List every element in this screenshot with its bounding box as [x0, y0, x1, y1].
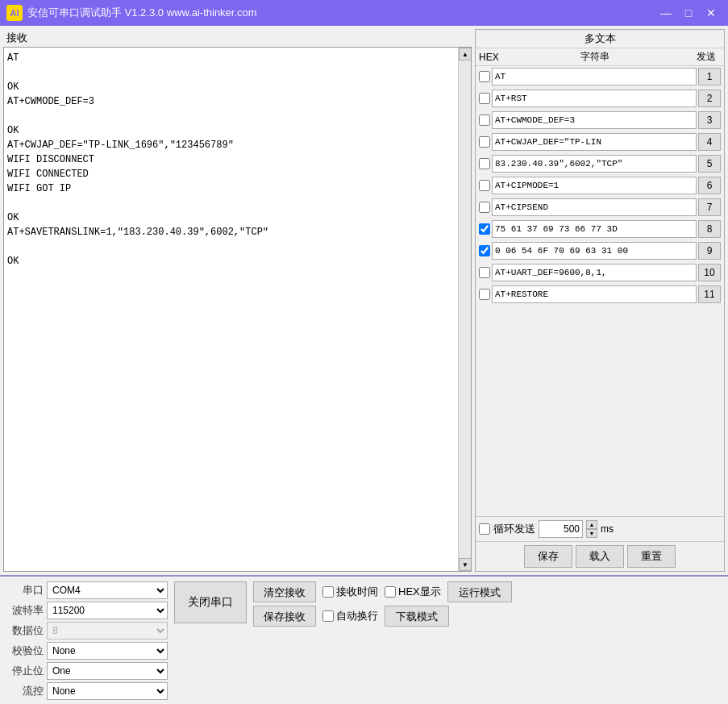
title-bar: AI 安信可串口调试助手 V1.2.3.0 www.ai-thinker.com… — [0, 0, 728, 26]
save-button[interactable]: 保存 — [524, 545, 572, 568]
multi-row-10-input[interactable] — [492, 264, 697, 281]
loop-spinner[interactable]: ▲ ▼ — [586, 520, 597, 538]
app-icon: AI — [6, 5, 23, 21]
multi-row-7-btn[interactable]: 7 — [698, 198, 721, 216]
mid-row-1: 清空接收 接收时间 HEX显示 运行模式 — [253, 581, 722, 602]
multi-row-4-btn[interactable]: 4 — [698, 133, 721, 151]
loop-value-input[interactable] — [539, 520, 583, 538]
recv-time-checkbox[interactable] — [322, 586, 334, 598]
parity-row: 校验位 None — [6, 642, 168, 660]
multi-row-2-input[interactable] — [492, 90, 697, 107]
recv-time-label: 接收时间 — [336, 585, 378, 599]
receive-panel: 接收 ▲ ▼ — [3, 29, 472, 572]
open-port-button[interactable]: 关闭串口 — [174, 581, 247, 623]
loop-send-label: 循环发送 — [493, 522, 535, 536]
multi-row-3-btn[interactable]: 3 — [698, 111, 721, 129]
reset-button[interactable]: 重置 — [627, 545, 676, 568]
title-bar-text: 安信可串口调试助手 V1.2.3.0 www.ai-thinker.com — [27, 6, 655, 20]
main-content: 接收 ▲ ▼ 多文本 HEX 字符串 发送 1 — [0, 26, 728, 575]
multi-row-11-input[interactable] — [492, 285, 697, 303]
multi-row-11-btn[interactable]: 11 — [698, 285, 721, 303]
middle-controls: 清空接收 接收时间 HEX显示 运行模式 保存接收 自动换行 下载模式 — [253, 581, 722, 627]
auto-newline-check: 自动换行 — [322, 609, 378, 623]
data-select[interactable]: 8 — [47, 622, 168, 639]
bottom-area: 串口 COM4 波特率 115200 数据位 8 校验位 No — [0, 575, 728, 704]
scroll-up-btn[interactable]: ▲ — [459, 48, 472, 60]
action-buttons: 保存 载入 重置 — [476, 541, 724, 571]
minimize-button[interactable]: — — [655, 5, 676, 21]
receive-inner: ▲ ▼ — [3, 47, 472, 572]
multi-row-2-btn[interactable]: 2 — [698, 90, 721, 107]
multi-row-5-input[interactable] — [492, 155, 697, 173]
spin-down-btn[interactable]: ▼ — [586, 529, 597, 538]
load-button[interactable]: 载入 — [576, 545, 624, 568]
multi-row-1: 1 — [476, 66, 724, 88]
baud-row: 波特率 115200 — [6, 602, 168, 619]
multi-row-4: 4 — [476, 131, 724, 153]
stop-select[interactable]: One — [47, 662, 168, 680]
multi-panel: 多文本 HEX 字符串 发送 1 2 3 — [475, 29, 725, 572]
loop-area: 循环发送 ▲ ▼ ms — [476, 516, 724, 541]
multi-row-9-input[interactable] — [492, 242, 697, 260]
save-recv-button[interactable]: 保存接收 — [253, 606, 316, 627]
multi-row-10-btn[interactable]: 10 — [698, 264, 721, 281]
multi-row-9-btn[interactable]: 9 — [698, 242, 721, 260]
multi-row-9-checkbox[interactable] — [479, 245, 490, 256]
run-mode-button[interactable]: 运行模式 — [447, 581, 512, 602]
multi-row-1-input[interactable] — [492, 68, 697, 85]
multi-row-1-btn[interactable]: 1 — [698, 68, 721, 85]
multi-row-8-input[interactable] — [492, 220, 697, 238]
multi-row-6-input[interactable] — [492, 177, 697, 194]
port-select[interactable]: COM4 — [47, 581, 168, 599]
multi-row-5-btn[interactable]: 5 — [698, 155, 721, 173]
scroll-track — [459, 60, 471, 558]
loop-send-checkbox[interactable] — [479, 523, 490, 535]
multi-row-4-checkbox[interactable] — [479, 136, 490, 148]
scroll-down-btn[interactable]: ▼ — [459, 558, 472, 571]
multi-row-3-input[interactable] — [492, 111, 697, 129]
col-hex-header: HEX — [479, 52, 498, 63]
multi-rows: 1 2 3 4 5 — [476, 66, 724, 516]
flow-row: 流控 None — [6, 682, 168, 700]
flow-select[interactable]: None — [47, 682, 168, 700]
multi-row-5: 5 — [476, 153, 724, 175]
multi-row-10-checkbox[interactable] — [479, 267, 490, 278]
auto-newline-label: 自动换行 — [336, 609, 378, 623]
receive-scrollbar[interactable]: ▲ ▼ — [458, 48, 471, 571]
multi-row-3-checkbox[interactable] — [479, 115, 490, 126]
multi-row-6-btn[interactable]: 6 — [698, 177, 721, 194]
multi-row-2-checkbox[interactable] — [479, 93, 490, 104]
multi-row-10: 10 — [476, 262, 724, 284]
hex-display-checkbox[interactable] — [385, 586, 396, 598]
multi-row-8-btn[interactable]: 8 — [698, 220, 721, 238]
multi-header-cols: HEX 字符串 发送 — [476, 48, 724, 66]
baud-select[interactable]: 115200 — [47, 602, 168, 619]
stop-label: 停止位 — [6, 664, 44, 678]
multi-row-4-input[interactable] — [492, 133, 697, 151]
parity-select[interactable]: None — [47, 642, 168, 660]
auto-newline-checkbox[interactable] — [322, 610, 334, 622]
multi-row-7-checkbox[interactable] — [479, 202, 490, 213]
receive-textarea[interactable] — [4, 48, 458, 571]
control-row: 串口 COM4 波特率 115200 数据位 8 校验位 No — [0, 577, 728, 704]
multi-row-11-checkbox[interactable] — [479, 289, 490, 300]
port-label: 串口 — [6, 583, 44, 598]
flow-label: 流控 — [6, 684, 44, 698]
multi-row-8-checkbox[interactable] — [479, 223, 490, 235]
mid-row-2: 保存接收 自动换行 下载模式 — [253, 606, 722, 627]
multi-title: 多文本 — [476, 30, 724, 48]
port-row: 串口 COM4 — [6, 581, 168, 599]
multi-row-1-checkbox[interactable] — [479, 71, 490, 82]
multi-row-5-checkbox[interactable] — [479, 158, 490, 169]
clear-recv-button[interactable]: 清空接收 — [253, 581, 316, 602]
multi-row-7-input[interactable] — [492, 198, 697, 216]
download-mode-button[interactable]: 下载模式 — [385, 606, 449, 627]
title-bar-controls: — □ ✕ — [655, 5, 722, 21]
col-str-header: 字符串 — [498, 50, 692, 64]
settings-panel: 串口 COM4 波特率 115200 数据位 8 校验位 No — [6, 581, 168, 702]
spin-up-btn[interactable]: ▲ — [586, 520, 597, 529]
maximize-button[interactable]: □ — [678, 5, 699, 21]
multi-row-6-checkbox[interactable] — [479, 180, 490, 191]
multi-row-7: 7 — [476, 197, 724, 219]
close-button[interactable]: ✕ — [701, 5, 722, 21]
